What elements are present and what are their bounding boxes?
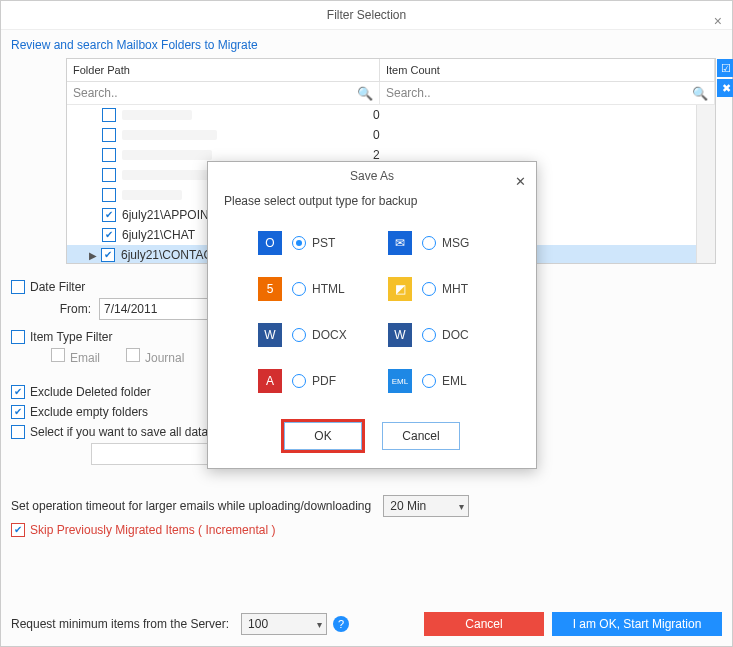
modal-overlay: Save As ✕ Please select output type for … xyxy=(1,1,732,646)
modal-title: Save As xyxy=(350,169,394,183)
pdf-icon: A xyxy=(258,369,282,393)
mht-icon: ◩ xyxy=(388,277,412,301)
save-as-dialog: Save As ✕ Please select output type for … xyxy=(207,161,537,469)
output-type-options: OPST ✉MSG 5HTML ◩MHT WDOCX WDOC APDF EML… xyxy=(208,216,536,414)
radio-pst[interactable] xyxy=(292,236,306,250)
option-msg[interactable]: ✉MSG xyxy=(388,231,518,255)
mail-icon: ✉ xyxy=(388,231,412,255)
filter-selection-window: Filter Selection × Review and search Mai… xyxy=(0,0,733,647)
modal-ok-button[interactable]: OK xyxy=(284,422,362,450)
word-icon: W xyxy=(388,323,412,347)
eml-icon: EML xyxy=(388,369,412,393)
radio-msg[interactable] xyxy=(422,236,436,250)
radio-doc[interactable] xyxy=(422,328,436,342)
radio-docx[interactable] xyxy=(292,328,306,342)
word-icon: W xyxy=(258,323,282,347)
option-html[interactable]: 5HTML xyxy=(258,277,388,301)
option-eml[interactable]: EMLEML xyxy=(388,369,518,393)
modal-message: Please select output type for backup xyxy=(208,190,536,216)
option-docx[interactable]: WDOCX xyxy=(258,323,388,347)
option-mht[interactable]: ◩MHT xyxy=(388,277,518,301)
radio-eml[interactable] xyxy=(422,374,436,388)
modal-buttons: OK Cancel xyxy=(208,414,536,468)
radio-mht[interactable] xyxy=(422,282,436,296)
option-doc[interactable]: WDOC xyxy=(388,323,518,347)
modal-titlebar: Save As ✕ xyxy=(208,162,536,190)
outlook-icon: O xyxy=(258,231,282,255)
html5-icon: 5 xyxy=(258,277,282,301)
modal-close-button[interactable]: ✕ xyxy=(515,168,526,196)
modal-cancel-button[interactable]: Cancel xyxy=(382,422,460,450)
radio-html[interactable] xyxy=(292,282,306,296)
option-pst[interactable]: OPST xyxy=(258,231,388,255)
option-pdf[interactable]: APDF xyxy=(258,369,388,393)
radio-pdf[interactable] xyxy=(292,374,306,388)
